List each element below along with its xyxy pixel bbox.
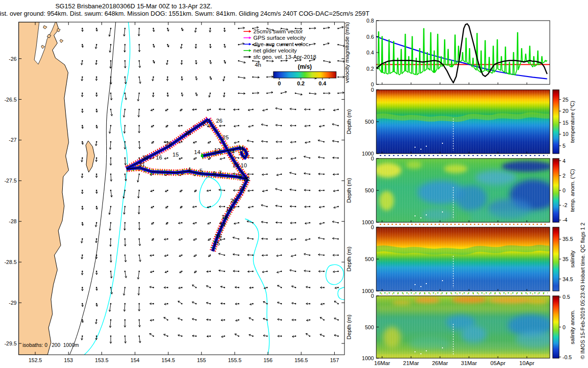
legend-item-label: 25cm/s swim vector [253,28,303,34]
dive-number: 26 [216,118,222,124]
imos-credit: © IMOS 15-Feb-2019 05:23:43 Hobart time.… [580,223,586,359]
date-tick-label: 16Mar [374,360,391,366]
depth-tick-label: 1000 [362,355,374,361]
vector-head [249,334,251,335]
depth-ylabel: Depth (m) [346,315,352,340]
dive-number: 29 [165,141,172,147]
data-gap-dot [415,351,416,352]
colorbar-tick-label: 0.4 [318,80,326,86]
velocity-tick-label: 0.8 [367,18,374,24]
salinity-anomaly-heatmap [376,296,555,358]
vector-head [263,318,265,318]
legend-item-label: net glider velocity [253,48,297,53]
dive-number: 7 [219,170,221,176]
vector-head [211,78,212,79]
vector-head [207,127,209,127]
vector-head [225,61,226,63]
data-gap-dot [420,286,421,287]
data-gap-dot [426,283,427,284]
vector-shaft [111,255,111,263]
date-tick-label: 26Mar [432,360,448,366]
lat-tick-label: -26.5 [4,97,17,103]
isobaths-note: isobaths: 0 200 1000m [23,342,79,348]
vector-shaft [139,45,140,52]
legend-duration-label: 4h [255,62,261,68]
data-gap-dot [426,350,427,351]
dive-number: 4 [188,166,191,172]
salinity-heatmap [376,227,550,291]
date-tick-label: 05Apr [490,360,506,366]
data-gap-dot [420,217,421,218]
vector-shaft [139,28,139,36]
vector-shaft [247,255,253,255]
lat-tick-label: -28 [9,218,17,224]
vector-shaft [110,61,111,68]
vector-shaft [110,239,111,246]
cbar-tick-label: 20 [563,108,568,114]
texture [376,90,550,154]
dive-number: 22 [244,176,250,182]
depth-tick-label: 0 [371,224,374,230]
vector-head [193,143,195,143]
depth-ylabel: Depth (m) [346,178,352,203]
lat-tick-label: -28.5 [4,259,17,265]
texture [376,296,550,358]
cbar-tick-label: -4 [563,217,567,223]
vector-shaft [262,238,267,239]
dive-number: 30 [142,155,148,160]
vector-shaft [219,109,224,109]
vector-shaft [139,223,140,230]
date-tick-label: 31Mar [461,360,477,366]
dive-number: 27 [202,121,209,127]
figure-root: SG152 Brisbane20180306D 15-Mar 00Z to 13… [0,0,588,368]
vector-shaft [239,93,245,94]
colorbar-tick-label: 0 [278,80,281,86]
data-gap-dot [442,280,443,281]
dive-number: 17 [220,222,226,228]
dive-number: 16 [156,155,162,160]
depth-tick-label: 0 [371,156,374,161]
lon-tick-label: 152.5 [28,357,42,363]
lat-tick-label: -27.5 [4,178,17,184]
cbar-tick-label: 34.5 [563,276,573,282]
cbar-label: temperature (°C) [569,101,575,143]
salinity_anom-colorbar [553,296,559,358]
dive-number: 16 [216,233,222,239]
texture [376,158,550,222]
depth-tick-label: 500 [365,324,374,330]
dive-number: 21 [239,185,245,191]
map-panel: 2625272829303116151412112423102221201918… [4,22,349,363]
temperature-heatmap [376,90,550,154]
cbar-tick-label: 15 [563,120,568,126]
data-gap-dot [426,214,427,215]
vector-shaft [267,77,273,77]
data-gap-dot [442,347,443,348]
vector-shaft [233,271,239,271]
vector-shaft [304,190,310,190]
depth-tick-label: 500 [365,256,374,262]
depth-ylabel: Depth (m) [346,246,352,271]
dive-number: 28 [185,130,191,136]
dive-number: 15 [172,152,179,158]
dive-number: 15 [214,240,220,246]
vector-shaft [333,158,338,158]
vector-shaft [281,60,288,61]
dive-number: 25 [222,134,229,140]
dive-number: 18 [221,214,228,220]
cbar-tick-label: -2 [563,202,567,208]
track-endpoint [201,155,203,157]
vector-shaft [267,61,273,61]
figure-subtitle: Dist. over ground: 954km. Dist. swum: 64… [0,10,369,17]
vector-shaft [125,61,125,68]
vector-head [197,94,197,96]
vector-head [179,159,181,159]
depth-tick-label: 500 [365,119,374,125]
lon-tick-label: 155 [197,357,206,363]
vector-shaft [310,28,316,28]
legend-item-label: dive-avg current veloc. [253,41,310,47]
lon-tick-label: 155.5 [228,357,242,363]
dive-number: 14 [194,149,200,155]
colorbar-tick-label: 0.2 [297,80,304,86]
data-gap-dot [442,143,443,144]
data-gap-dot [415,284,416,285]
